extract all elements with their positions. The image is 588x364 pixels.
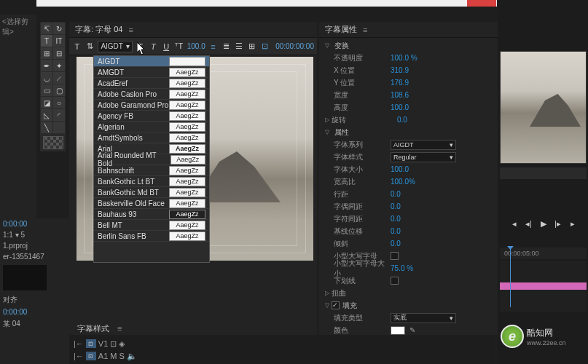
font-option[interactable]: Agency FBAaegZz <box>94 111 209 122</box>
align-center-icon[interactable]: ≣ <box>221 40 231 53</box>
project-tc2[interactable]: 0:00:00 <box>0 306 69 317</box>
project-tc[interactable]: 0:00:00 <box>0 218 69 229</box>
smallcaps-checkbox[interactable] <box>391 252 399 260</box>
clipped-rect-tool[interactable]: ◪ <box>41 97 52 108</box>
rounded-rect-tool[interactable]: ▢ <box>53 84 65 96</box>
font-option[interactable]: AlgerianAaegZz <box>94 122 209 132</box>
font-option[interactable]: AmdtSymbolsAaegZz <box>94 132 209 143</box>
eyedropper-icon[interactable]: ✎ <box>409 326 415 334</box>
color-swatch[interactable] <box>391 326 405 335</box>
track-toggle[interactable]: ⊡ <box>86 339 96 348</box>
xpos-value[interactable]: 310.9 <box>391 66 409 74</box>
slant-value[interactable]: 0.0 <box>391 240 401 248</box>
roll-crawl-icon[interactable]: ⇅ <box>85 40 95 53</box>
rotate-tool[interactable]: ↻ <box>53 23 65 34</box>
playhead[interactable] <box>510 249 511 307</box>
type-tool[interactable]: T <box>41 35 52 47</box>
font-size-value[interactable]: 100.0 <box>187 42 205 50</box>
step-back-icon[interactable]: ◂| <box>524 218 534 229</box>
panel-menu-icon[interactable]: ≡ <box>363 25 367 34</box>
play-icon[interactable]: ▶ <box>538 218 549 229</box>
panel-menu-icon[interactable]: ≡ <box>128 25 133 34</box>
font-option[interactable]: Bauhaus 93AaegZz <box>94 209 209 220</box>
font-option[interactable]: Adobe Garamond ProAaegZz <box>94 100 209 111</box>
color-swatch[interactable] <box>43 136 63 149</box>
area-type-tool[interactable]: ⊞ <box>41 47 52 59</box>
delete-anchor-tool[interactable]: ◡ <box>41 72 52 84</box>
font-option[interactable]: BankGothic Lt BTAaegZz <box>94 176 209 187</box>
audio-track-clip[interactable] <box>500 282 587 290</box>
font-dropdown-list[interactable]: AIGDTAMGDTAaegZzAcadErefAaegZzAdobe Casl… <box>93 55 210 263</box>
smallcapsize-value[interactable]: 75.0 % <box>391 264 413 272</box>
props-tab[interactable]: 字幕属性 ≡ <box>319 22 498 38</box>
opacity-value[interactable]: 100.0 % <box>391 54 418 62</box>
rect-tool[interactable]: ▭ <box>41 84 52 96</box>
align-left-icon[interactable]: ≡ <box>208 40 219 53</box>
font-option[interactable]: AMGDTAaegZz <box>94 67 209 78</box>
font-option[interactable]: BankGothic Md BTAaegZz <box>94 187 209 198</box>
step-fwd-icon[interactable]: |▸ <box>553 218 563 229</box>
vertical-type-tool[interactable]: IT <box>53 35 65 47</box>
leading-value[interactable]: 0.0 <box>391 190 401 198</box>
width-value[interactable]: 108.6 <box>391 91 409 99</box>
family-dropdown[interactable]: AIGDT▾ <box>391 140 456 150</box>
bold-icon[interactable]: T <box>136 40 146 53</box>
close-button[interactable] <box>467 0 496 7</box>
ellipse-tool[interactable]: ○ <box>53 97 65 108</box>
timeline-tracks-right[interactable] <box>500 261 587 312</box>
timeline-ruler[interactable]: 00:00:05:00 <box>500 248 587 259</box>
toolbar-timecode[interactable]: 00:00:00:00 <box>275 42 314 50</box>
font-option[interactable]: Baskerville Old FaceAaegZz <box>94 198 209 209</box>
font-option[interactable]: Berlin Sans FBAaegZz <box>94 231 209 242</box>
add-anchor-tool[interactable]: ✦ <box>53 60 65 71</box>
twirl-down-icon[interactable]: ▽ <box>325 42 329 49</box>
font-option[interactable]: Bell MTAaegZz <box>94 220 209 231</box>
font-option[interactable]: Arial Rounded MT BoldAaegZz <box>94 154 209 165</box>
watermark-url: www.22ee.cn <box>527 339 566 347</box>
font-option[interactable]: AIGDT <box>94 56 209 67</box>
prev-frame-icon[interactable]: ◂ <box>509 218 520 229</box>
program-monitor[interactable] <box>500 51 587 164</box>
font-option[interactable]: Adobe Caslon ProAaegZz <box>94 89 209 100</box>
fill-checkbox[interactable] <box>332 301 340 309</box>
filltype-dropdown[interactable]: 实底▾ <box>391 313 456 323</box>
wedge-tool[interactable]: ◺ <box>41 109 52 121</box>
underline-icon[interactable]: U <box>161 40 171 53</box>
titler-tab[interactable]: 字幕: 字母 04 ≡ <box>69 22 317 38</box>
arc-tool[interactable]: ◜ <box>53 109 65 121</box>
font-family-dropdown[interactable]: AIGDT▾ <box>98 41 133 52</box>
align-right-icon[interactable]: ☰ <box>234 40 244 53</box>
project-file[interactable]: 1.prproj <box>0 240 69 251</box>
track-header-v1[interactable]: |←⊡V1⊡ ◈ <box>71 338 159 349</box>
line-tool[interactable]: ╲ <box>41 122 52 133</box>
font-option[interactable]: AcadErefAaegZz <box>94 78 209 89</box>
kerning-value[interactable]: 0.0 <box>391 202 401 210</box>
rotate-value[interactable]: 0.0 <box>397 116 407 124</box>
underline-checkbox[interactable] <box>391 277 399 285</box>
italic-icon[interactable]: T <box>149 40 159 53</box>
ypos-value[interactable]: 176.9 <box>391 79 409 87</box>
aspect-value[interactable]: 100.0% <box>391 178 415 186</box>
style-dropdown[interactable]: Regular▾ <box>391 152 456 162</box>
path-type-tool[interactable]: ⊟ <box>53 47 65 59</box>
tracking-value[interactable]: 0.0 <box>391 215 401 223</box>
track-header-a1[interactable]: |←⊡A1M S 🔈 <box>71 350 159 362</box>
tab-stops-icon[interactable]: ⊞ <box>247 40 257 53</box>
convert-anchor-tool[interactable]: ⟋ <box>53 72 65 84</box>
project-thumbnail[interactable] <box>3 265 47 290</box>
track-toggle[interactable]: ⊡ <box>86 352 96 360</box>
baseline-value[interactable]: 0.0 <box>391 227 401 235</box>
next-frame-icon[interactable]: ▸ <box>568 218 578 229</box>
move-tool[interactable]: ↸ <box>41 23 52 34</box>
pen-tool[interactable]: ✒ <box>41 60 52 71</box>
twirl-down-icon[interactable]: ▽ <box>325 129 329 135</box>
height-value[interactable]: 100.0 <box>391 103 409 111</box>
size-value[interactable]: 100.0 <box>391 165 409 173</box>
twirl-right-icon[interactable]: ▷ <box>325 290 329 296</box>
panel-menu-icon[interactable]: ≡ <box>117 324 122 333</box>
project-item[interactable]: er-13551467 <box>0 251 69 262</box>
new-title-icon[interactable]: T <box>72 40 82 53</box>
twirl-right-icon[interactable]: ▷ <box>325 116 329 123</box>
show-video-icon[interactable]: ⊡ <box>259 40 270 53</box>
twirl-down-icon[interactable]: ▽ <box>325 302 329 309</box>
